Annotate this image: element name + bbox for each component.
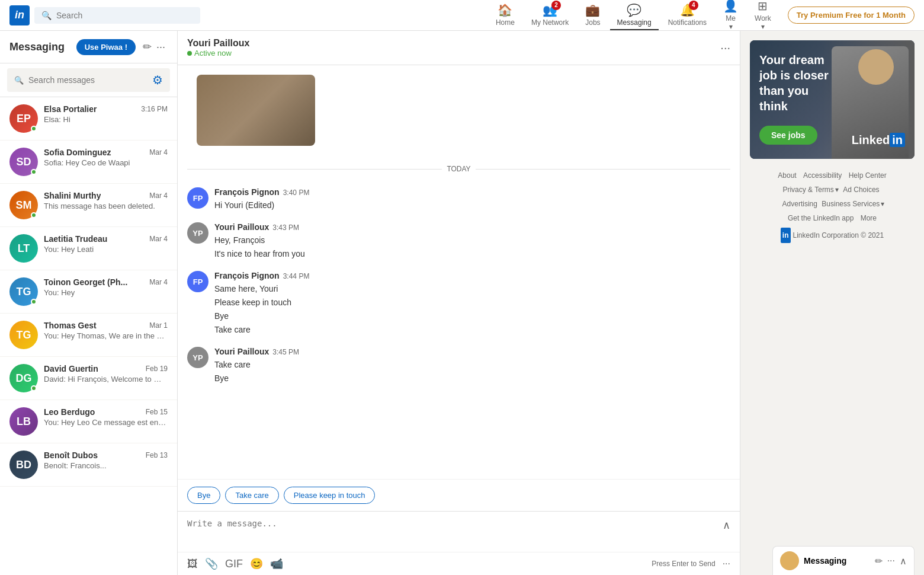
footer-accessibility[interactable]: Accessibility (803, 171, 842, 180)
avatar-wrap: EP (9, 104, 38, 133)
bottom-messaging-widget: Messaging ✏ ··· ∧ (772, 546, 915, 575)
status-dot (187, 51, 192, 56)
conversation-list: EP Elsa Portalier 3:16 PM Elsa: Hi SD (0, 97, 177, 575)
footer-adchoices[interactable]: Ad Choices (843, 186, 879, 194)
nav-home[interactable]: 🏠 Home (489, 1, 522, 30)
conv-preview: David: Hi François, Welcome to my networ… (44, 375, 168, 384)
conversation-item[interactable]: TG Toinon Georget (Ph... Mar 4 You: Hey (0, 270, 177, 314)
write-message-inner (187, 519, 723, 545)
online-indicator (31, 126, 37, 132)
footer-business[interactable]: Business Services ▾ (822, 197, 884, 211)
chat-panel: Youri Pailloux Active now ··· TODAY FP (178, 31, 740, 575)
linkedin-footer-logo: in LinkedIn Corporation © 2021 (781, 228, 884, 243)
conversation-item[interactable]: BD Benoît Dubos Feb 13 Benoît: Francois.… (0, 443, 177, 487)
avatar: LB (9, 407, 38, 436)
footer-links: About Accessibility Help Center Privacy … (750, 168, 915, 243)
conv-preview: You: Hey Leati (44, 245, 168, 254)
gif-button[interactable]: GIF (225, 558, 243, 570)
nav-network[interactable]: 👥 2 My Network (524, 1, 576, 30)
footer-help[interactable]: Help Center (849, 171, 887, 180)
conversation-item[interactable]: SM Shalini Murthy Mar 4 This message has… (0, 184, 177, 227)
premium-button[interactable]: Try Premium Free for 1 Month (788, 7, 915, 24)
conversation-item[interactable]: SD Sofia Dominguez Mar 4 Sofia: Hey Ceo … (0, 140, 177, 184)
conversation-item[interactable]: EP Elsa Portalier 3:16 PM Elsa: Hi (0, 97, 177, 140)
conv-name: Laetitia Trudeau (44, 234, 107, 244)
nav-me[interactable]: 👤 Me ▾ (716, 0, 745, 34)
search-input[interactable] (56, 11, 193, 20)
suggested-replies: Bye Take care Please keep in touch (178, 479, 740, 511)
footer-more[interactable]: More (861, 214, 877, 222)
work-icon: ⊞ (758, 0, 768, 13)
reply-keepintouch-button[interactable]: Please keep in touch (284, 487, 376, 504)
online-indicator (31, 299, 37, 305)
emoji-button[interactable]: 😊 (250, 557, 263, 570)
nav-me-label: Me (726, 14, 736, 23)
conv-top: Elsa Portalier 3:16 PM (44, 104, 168, 114)
footer-advertising[interactable]: Advertising (782, 200, 817, 208)
expand-input-button[interactable]: ∧ (723, 519, 730, 532)
search-bar[interactable]: 🔍 (34, 7, 200, 24)
nav-notifications[interactable]: 🔔 4 Notifications (661, 1, 714, 30)
me-icon: 👤 (723, 0, 738, 13)
compose-button[interactable]: ✏ (140, 38, 154, 56)
use-piwaa-button[interactable]: Use Piwaa ! (76, 39, 136, 55)
conv-info: Leo Berdugo Feb 15 You: Hey Leo Ce messa… (44, 407, 168, 427)
conv-info: Benoît Dubos Feb 13 Benoît: Francois... (44, 451, 168, 470)
search-messages-input[interactable] (28, 75, 152, 85)
widget-more-button[interactable]: ··· (887, 555, 895, 566)
ad-image: Your dream job is closer than you think … (750, 40, 915, 159)
avatar: LT (9, 234, 38, 263)
message-line: It's nice to hear from you (214, 248, 730, 260)
ad-card: Your dream job is closer than you think … (750, 40, 915, 159)
today-label: TODAY (447, 165, 470, 173)
message-text-input[interactable] (187, 519, 723, 542)
message-line: Take care (214, 359, 730, 371)
conversation-item[interactable]: TG Thomas Gest Mar 1 You: Hey Thomas, We… (0, 314, 177, 357)
messaging-header: Messaging Use Piwaa ! ✏ ··· (0, 31, 177, 63)
attachment-button[interactable]: 📎 (205, 557, 218, 570)
filter-icon[interactable]: ⚙ (152, 73, 163, 87)
search-messages-field[interactable]: 🔍 ⚙ (7, 68, 170, 92)
nav-work[interactable]: ⊞ Work ▾ (747, 0, 778, 34)
chat-contact-status: Active now (187, 49, 720, 58)
reply-takecare-button[interactable]: Take care (225, 487, 278, 504)
right-panel: Your dream job is closer than you think … (740, 31, 924, 575)
conv-info: Laetitia Trudeau Mar 4 You: Hey Leati (44, 234, 168, 254)
see-jobs-button[interactable]: See jobs (759, 126, 817, 145)
conversation-item[interactable]: LB Leo Berdugo Feb 15 You: Hey Leo Ce me… (0, 400, 177, 443)
toolbar-more-button[interactable]: ··· (723, 558, 730, 569)
conv-time: Feb 13 (146, 451, 168, 459)
footer-row-1: About Accessibility Help Center (750, 168, 915, 183)
footer-about[interactable]: About (778, 171, 796, 180)
avatar-wrap: BD (9, 451, 38, 479)
nav-jobs[interactable]: 💼 Jobs (578, 1, 607, 30)
conversation-item[interactable]: DG David Guertin Feb 19 David: Hi Franço… (0, 357, 177, 400)
chat-more-button[interactable]: ··· (720, 41, 730, 55)
avatar-wrap: SD (9, 148, 38, 176)
video-button[interactable]: 📹 (270, 557, 283, 570)
messaging-more-button[interactable]: ··· (154, 39, 168, 56)
conv-name: David Guertin (44, 364, 98, 373)
widget-minimize-button[interactable]: ∧ (900, 555, 907, 567)
messaging-panel: Messaging Use Piwaa ! ✏ ··· 🔍 ⚙ EP El (0, 31, 178, 575)
image-attach-button[interactable]: 🖼 (187, 558, 198, 570)
nav-messaging[interactable]: 💬 Messaging (610, 1, 659, 30)
message-content: Youri Pailloux 3:43 PM Hey, François It'… (214, 222, 730, 261)
conversation-item[interactable]: LT Laetitia Trudeau Mar 4 You: Hey Leati (0, 227, 177, 270)
message-group: FP François Pignon 3:44 PM Same here, Yo… (187, 271, 730, 337)
widget-edit-button[interactable]: ✏ (875, 555, 883, 567)
conv-top: Sofia Dominguez Mar 4 (44, 148, 168, 157)
footer-get-app[interactable]: Get the LinkedIn app (788, 214, 854, 222)
message-time: 3:43 PM (272, 223, 299, 232)
conv-info: Thomas Gest Mar 1 You: Hey Thomas, We ar… (44, 321, 168, 340)
logo-text: in (15, 9, 24, 21)
conv-preview: You: Hey Thomas, We are in the same pod.… (44, 331, 168, 340)
nav-notifications-label: Notifications (668, 18, 707, 27)
conv-preview: Sofia: Hey Ceo de Waapi (44, 158, 168, 167)
conv-time: Feb 15 (146, 408, 168, 416)
linkedin-logo[interactable]: in (9, 5, 30, 25)
footer-privacy[interactable]: Privacy & Terms ▾ (782, 183, 838, 197)
nav-messaging-label: Messaging (617, 18, 652, 27)
conv-time: Feb 19 (146, 365, 168, 373)
reply-bye-button[interactable]: Bye (187, 487, 220, 504)
